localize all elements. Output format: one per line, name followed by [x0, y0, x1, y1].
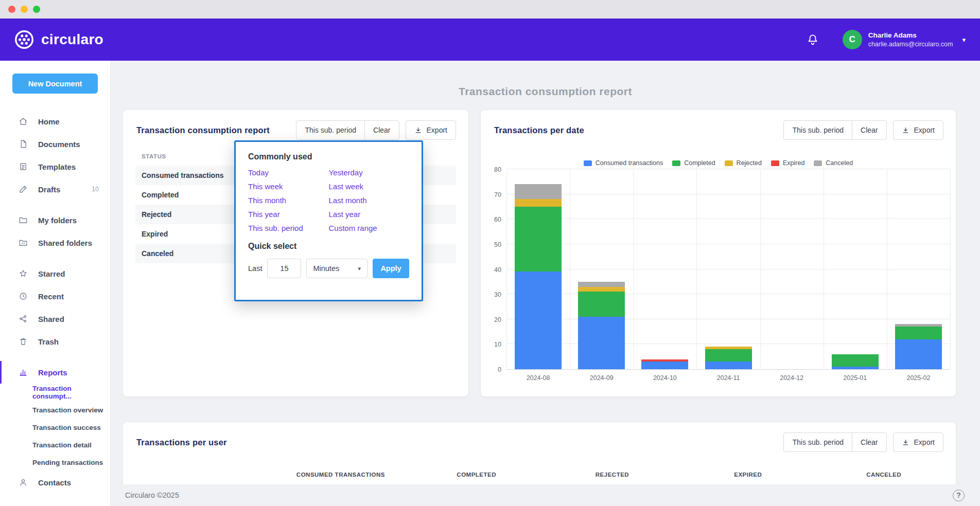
- x-axis-label: 2025-02: [887, 374, 950, 382]
- template-icon: [19, 162, 28, 171]
- per-user-column-headers: CONSUMED TRANSACTIONSCOMPLETEDREJECTEDEX…: [136, 472, 952, 478]
- range-link-last-month[interactable]: Last month: [329, 196, 410, 205]
- segment-rejected: [515, 199, 562, 207]
- legend-item-consumed-transactions[interactable]: Consumed transactions: [584, 159, 663, 167]
- quick-select-value-input[interactable]: [267, 259, 301, 278]
- range-link-last-week[interactable]: Last week: [329, 182, 410, 191]
- bar-2024-11[interactable]: [705, 347, 752, 369]
- sidebar-item-label: Recent: [38, 292, 64, 301]
- period-filter-button[interactable]: This sub. period: [783, 432, 852, 452]
- notifications-bell-icon[interactable]: [802, 29, 823, 50]
- x-axis-label: 2024-11: [696, 374, 760, 382]
- page-title: Transaction consumption report: [111, 85, 980, 98]
- folder-icon: [19, 215, 28, 225]
- gridline-y-30: [506, 294, 950, 294]
- y-axis-label: 50: [486, 241, 501, 248]
- segment-rejected: [578, 287, 625, 292]
- range-link-today[interactable]: Today: [248, 168, 329, 177]
- export-label: Export: [427, 126, 447, 134]
- sidebar-item-templates[interactable]: Templates: [0, 155, 110, 178]
- export-label: Export: [914, 438, 935, 446]
- bar-2024-10[interactable]: [641, 359, 688, 369]
- share-icon: [19, 314, 28, 323]
- x-axis-label: 2024-10: [633, 374, 696, 382]
- shared-folder-icon-wrap: [19, 238, 28, 247]
- legend-label: Completed: [684, 159, 715, 167]
- range-link-custom-range[interactable]: Custom range: [329, 224, 410, 232]
- sidebar-item-home[interactable]: Home: [0, 110, 110, 133]
- clear-button[interactable]: Clear: [364, 120, 399, 140]
- maximize-button[interactable]: [33, 6, 40, 13]
- sidebar-subitem-transaction-overview[interactable]: Transaction overview: [0, 401, 110, 419]
- gridline-x: [760, 170, 761, 369]
- sidebar-item-trash[interactable]: Trash: [0, 330, 110, 353]
- range-link-yesterday[interactable]: Yesterday: [329, 168, 410, 177]
- segment-completed: [705, 349, 752, 362]
- sidebar-item-recent[interactable]: Recent: [0, 285, 110, 308]
- clear-button[interactable]: Clear: [852, 432, 886, 452]
- range-link-last-year[interactable]: Last year: [329, 210, 410, 219]
- range-link-this-sub-period[interactable]: This sub. period: [248, 224, 329, 232]
- sidebar-item-documents[interactable]: Documents: [0, 133, 110, 155]
- nav-divider: [0, 254, 110, 262]
- minimize-button[interactable]: [21, 6, 28, 13]
- home-icon-wrap: [19, 117, 28, 126]
- contacts-icon: [19, 478, 28, 487]
- close-button[interactable]: [8, 6, 15, 13]
- count-badge: 10: [92, 186, 99, 193]
- brand-logo[interactable]: circularo: [13, 29, 103, 50]
- bar-2024-09[interactable]: [578, 282, 625, 369]
- export-button[interactable]: Export: [893, 432, 943, 452]
- template-icon-wrap: [19, 162, 28, 171]
- sidebar-subitem-transaction-success[interactable]: Transaction success: [0, 419, 110, 436]
- bar-2025-02[interactable]: [895, 324, 942, 369]
- last-label: Last: [248, 264, 262, 273]
- sidebar-item-starred[interactable]: Starred: [0, 262, 110, 285]
- new-document-button[interactable]: New Document: [12, 74, 98, 94]
- sidebar-item-shared[interactable]: Shared: [0, 308, 110, 330]
- circularo-logo-icon: [13, 29, 35, 50]
- segment-canceled: [578, 282, 625, 287]
- legend-swatch: [584, 160, 592, 166]
- legend-item-rejected[interactable]: Rejected: [725, 159, 762, 167]
- y-axis-label: 40: [486, 266, 501, 274]
- sidebar-subitem-transaction-consumpt[interactable]: Transaction consumpt...: [0, 384, 110, 401]
- legend-item-completed[interactable]: Completed: [672, 159, 715, 167]
- sidebar-subitem-transaction-detail[interactable]: Transaction detail: [0, 436, 110, 454]
- footer: Circularo ©2025 ?: [111, 484, 980, 506]
- range-link-this-year[interactable]: This year: [248, 210, 329, 219]
- segment-completed: [895, 327, 942, 339]
- period-filter-button[interactable]: This sub. period: [296, 120, 365, 140]
- legend-label: Consumed transactions: [596, 159, 663, 167]
- sidebar-item-label: Home: [38, 117, 60, 126]
- y-axis-label: 70: [486, 191, 501, 198]
- legend-item-canceled[interactable]: Canceled: [814, 159, 853, 167]
- bar-2024-08[interactable]: [515, 184, 562, 369]
- share-icon-wrap: [19, 314, 28, 323]
- sidebar-item-my-folders[interactable]: My folders: [0, 209, 110, 231]
- reports-icon-wrap: [19, 368, 28, 377]
- y-axis-label: 10: [486, 341, 501, 348]
- sidebar-item-shared-folders[interactable]: Shared folders: [0, 231, 110, 254]
- unit-select[interactable]: Minutes ▾: [306, 259, 367, 278]
- sidebar-subitem-pending-transactions[interactable]: Pending transactions: [0, 454, 110, 471]
- sidebar-item-label: Starred: [38, 269, 65, 278]
- download-icon: [902, 439, 909, 446]
- clear-button[interactable]: Clear: [852, 120, 886, 140]
- range-link-this-week[interactable]: This week: [248, 182, 329, 191]
- sidebar-item-reports[interactable]: Reports: [0, 361, 110, 384]
- period-filter-button[interactable]: This sub. period: [783, 120, 852, 140]
- export-button[interactable]: Export: [893, 120, 943, 140]
- apply-button[interactable]: Apply: [373, 259, 409, 278]
- range-link-this-month[interactable]: This month: [248, 196, 329, 205]
- nav-divider: [0, 201, 110, 209]
- help-icon[interactable]: ?: [953, 490, 965, 501]
- bar-2025-01[interactable]: [832, 354, 879, 369]
- legend-item-expired[interactable]: Expired: [771, 159, 804, 167]
- export-button[interactable]: Export: [406, 120, 456, 140]
- segment-canceled: [515, 184, 562, 199]
- gridline-x: [950, 170, 951, 369]
- sidebar-item-drafts[interactable]: Drafts10: [0, 178, 110, 201]
- user-menu[interactable]: C Charlie Adams charlie.adams@circularo.…: [843, 30, 966, 49]
- sidebar-item-contacts[interactable]: Contacts: [0, 471, 110, 494]
